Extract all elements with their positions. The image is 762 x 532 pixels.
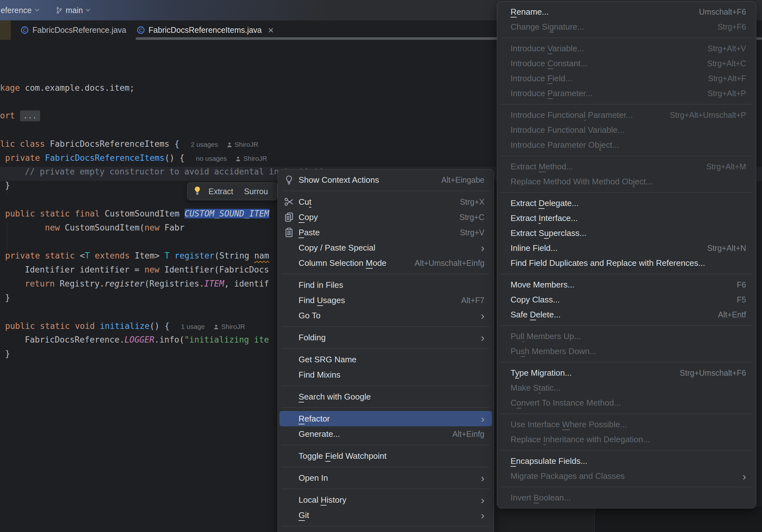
menu-item-paste[interactable]: PasteStrg+V (279, 225, 492, 240)
menu-separator (282, 526, 490, 526)
menu-item-introduce-parameter-object[interactable]: Introduce Parameter Object... (499, 137, 754, 153)
menu-item-encapsulate-fields[interactable]: Encapsulate Fields... (499, 454, 754, 469)
menu-item-label: Column Selection Mode (299, 258, 386, 268)
menu-item-rename[interactable]: Rename...Umschalt+F6 (499, 4, 754, 20)
menu-item-find-field-duplicates-and-replace-with-references[interactable]: Find Field Duplicates and Replace with R… (499, 256, 754, 270)
bottom-panel-left (497, 506, 595, 532)
menu-item-find-in-files[interactable]: Find in Files (279, 277, 492, 293)
tab-fabricdocsreferenceitems[interactable]: C FabricDocsReferenceItems.java × (131, 20, 279, 40)
author-name: ShiroJR (243, 155, 267, 162)
menu-item-push-members-down[interactable]: Push Members Down... (499, 344, 754, 359)
menu-item-label: Introduce Parameter Object... (510, 140, 619, 150)
menu-separator (501, 325, 752, 326)
tab-label: FabricDocsReference.java (33, 26, 126, 35)
menu-item-column-selection-mode[interactable]: Column Selection ModeAlt+Umschalt+Einfg (279, 255, 492, 270)
copy-icon (279, 212, 299, 222)
menu-item-introduce-functional-parameter[interactable]: Introduce Functional Parameter...Strg+Al… (499, 108, 754, 122)
menu-item-extract-superclass[interactable]: Extract Superclass... (499, 226, 754, 241)
usages-inlay-hint[interactable]: 2 usagesShiroJR (191, 141, 259, 148)
menu-item-use-interface-where-possible[interactable]: Use Interface Where Possible... (499, 417, 754, 432)
menu-item-cut[interactable]: CutStrg+X (279, 194, 492, 209)
chevron-right-icon: › (468, 332, 492, 343)
menu-item-copy[interactable]: CopyStrg+C (279, 209, 492, 225)
author-name: ShiroJR (221, 323, 245, 330)
tab-fabricdocsreference[interactable]: C FabricDocsReference.java (15, 20, 131, 40)
menu-item-introduce-constant[interactable]: Introduce Constant...Strg+Alt+C (499, 56, 754, 71)
menu-item-label: Introduce Parameter... (510, 89, 592, 98)
menu-item-label: Type Migration... (510, 368, 572, 378)
menu-item-git[interactable]: Git› (279, 507, 492, 523)
menu-item-introduce-functional-variable[interactable]: Introduce Functional Variable... (499, 122, 754, 137)
intention-action-surround[interactable]: Surrou (244, 187, 268, 196)
code-segment: FabricDocsReferenceItems (40, 153, 165, 163)
code-segment: T (85, 251, 90, 261)
menu-item-extract-method[interactable]: Extract Method...Strg+Alt+M (499, 159, 754, 174)
menu-item-generate[interactable]: Generate...Alt+Einfg (279, 426, 492, 442)
menu-item-change-signature[interactable]: Change Signature...Strg+F6 (499, 20, 754, 35)
menu-item-shortcut: F6 (724, 280, 754, 289)
menu-item-introduce-field[interactable]: Introduce Field...Strg+Alt+F (499, 71, 754, 86)
menu-item-label: Move Members... (510, 280, 574, 290)
code-segment: ITEM (204, 279, 224, 288)
usages-inlay-hint[interactable]: no usagesShiroJR (196, 155, 267, 162)
menu-item-convert-to-instance-method[interactable]: Convert To Instance Method... (499, 395, 754, 411)
code-segment: Fabr (159, 223, 184, 232)
menu-item-invert-boolean[interactable]: Invert Boolean... (499, 490, 754, 505)
code-segment: Registry. (55, 279, 105, 288)
code-segment: return (25, 279, 55, 288)
usages-inlay-hint[interactable]: 1 usageShiroJR (181, 323, 245, 330)
code-segment: extends (90, 251, 129, 261)
author-name: ShiroJR (235, 141, 259, 148)
menu-item-find-usages[interactable]: Find UsagesAlt+F7 (279, 293, 492, 308)
menu-item-extract-interface[interactable]: Extract Interface... (499, 211, 754, 226)
menu-item-refactor[interactable]: Refactor› (279, 411, 492, 426)
code-segment: initialize (100, 321, 150, 331)
menu-item-introduce-parameter[interactable]: Introduce Parameter...Strg+Alt+P (499, 86, 754, 101)
menu-item-copy-class[interactable]: Copy Class...F5 (499, 292, 754, 307)
code-segment: private static (5, 251, 75, 261)
menu-item-search-with-google[interactable]: Search with Google (279, 389, 492, 404)
code-segment: () { (150, 321, 170, 331)
code-segment: nam (254, 251, 269, 261)
menu-item-extract-delegate[interactable]: Extract Delegate... (499, 196, 754, 211)
intention-action-extract[interactable]: Extract (208, 187, 233, 196)
menu-item-migrate-packages-and-classes[interactable]: Migrate Packages and Classes› (499, 469, 754, 484)
menu-separator (282, 445, 490, 445)
close-icon[interactable]: × (268, 26, 274, 35)
git-branch-widget[interactable]: main (55, 6, 90, 15)
menu-item-local-history[interactable]: Local History› (279, 492, 492, 507)
menu-item-type-migration[interactable]: Type Migration...Strg+Umschalt+F6 (499, 365, 754, 380)
code-segment: new (45, 223, 60, 232)
menu-item-find-mixins[interactable]: Find Mixins (279, 367, 492, 382)
menu-item-copy-paste-special[interactable]: Copy / Paste Special› (279, 240, 492, 255)
menu-item-move-members[interactable]: Move Members...F6 (499, 277, 754, 292)
menu-item-folding[interactable]: Folding› (279, 330, 492, 345)
code-line: Identifier identifier = new Identifier(F… (25, 263, 269, 277)
menu-item-shortcut: Alt+F7 (448, 296, 492, 305)
menu-item-compare-with-clipboard[interactable]: Compare with Clipboard (279, 529, 492, 532)
menu-item-show-context-actions[interactable]: Show Context ActionsAlt+Eingabe (279, 172, 492, 188)
menu-item-pull-members-up[interactable]: Pull Members Up... (499, 329, 754, 344)
person-icon (218, 141, 235, 148)
project-breadcrumb[interactable]: eference (1, 6, 39, 15)
menu-item-shortcut: Strg+Alt+V (695, 44, 754, 53)
menu-item-toggle-field-watchpoint[interactable]: Toggle Field Watchpoint (279, 448, 492, 464)
code-segment: (String (214, 251, 254, 261)
code-segment: () { (165, 153, 185, 163)
code-line: FabricDocsReference.LOGGER.info("initial… (25, 333, 269, 347)
menu-separator (282, 408, 490, 408)
menu-item-replace-inheritance-with-delegation[interactable]: Replace Inheritance with Delegation... (499, 432, 754, 447)
menu-item-safe-delete[interactable]: Safe Delete...Alt+Entf (499, 307, 754, 322)
menu-item-introduce-variable[interactable]: Introduce Variable...Strg+Alt+V (499, 41, 754, 56)
menu-item-label: Find Usages (299, 295, 345, 305)
menu-item-replace-method-with-method-object[interactable]: Replace Method With Method Object... (499, 174, 754, 189)
menu-separator (501, 156, 752, 156)
menu-item-open-in[interactable]: Open In› (279, 470, 492, 486)
menu-item-label: Go To (299, 311, 321, 321)
menu-item-get-srg-name[interactable]: Get SRG Name (279, 352, 492, 367)
menu-item-make-static[interactable]: Make Static... (499, 380, 754, 395)
menu-item-inline-field[interactable]: Inline Field...Strg+Alt+N (499, 241, 754, 256)
menu-item-go-to[interactable]: Go To› (279, 308, 492, 323)
branch-name: main (66, 6, 83, 15)
tab-stub[interactable] (0, 20, 11, 40)
